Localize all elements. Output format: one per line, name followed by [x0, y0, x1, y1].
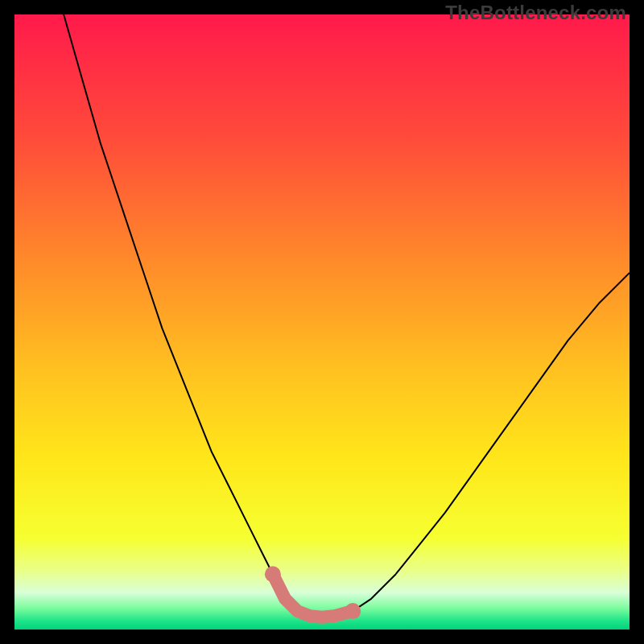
- bottleneck-chart: [14, 14, 630, 630]
- outer-frame: TheBottleneck.com: [0, 0, 644, 644]
- plot-area: [14, 14, 630, 630]
- highlight-end-dot: [265, 566, 281, 582]
- watermark-text: TheBottleneck.com: [445, 2, 626, 24]
- highlight-end-dot: [345, 603, 361, 619]
- gradient-background: [14, 14, 630, 630]
